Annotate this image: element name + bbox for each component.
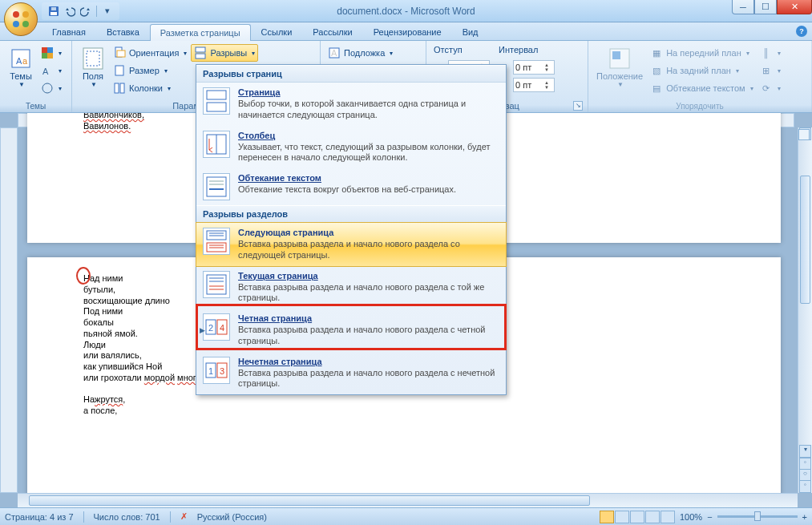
maximize-button[interactable]: ☐: [754, 0, 777, 14]
svg-text:a: a: [22, 56, 28, 66]
menu-item-text-wrap-break[interactable]: Обтекание текстомОбтекание текста вокруг…: [196, 168, 506, 205]
paragraph-launcher[interactable]: ↘: [573, 101, 583, 111]
zoom-level[interactable]: 100%: [680, 512, 702, 522]
save-icon[interactable]: [46, 4, 61, 18]
print-layout-view-icon[interactable]: [600, 511, 614, 523]
tab-home[interactable]: Главная: [42, 23, 96, 40]
orientation-icon: [113, 46, 126, 59]
vertical-scrollbar[interactable]: ▴ ▾ ◦ ○ ◦: [798, 127, 812, 493]
redo-icon[interactable]: [79, 4, 93, 18]
svg-text:A: A: [42, 67, 49, 76]
size-icon: [113, 64, 126, 77]
theme-effects-icon[interactable]: ▾: [38, 79, 64, 97]
group-obj-button[interactable]: ⊞▾: [757, 62, 783, 79]
watermark-button[interactable]: AПодложка▾: [325, 44, 395, 62]
qat-customize-icon[interactable]: ▾: [100, 4, 115, 18]
theme-fonts-icon[interactable]: A▾: [38, 62, 64, 79]
svg-rect-20: [115, 66, 123, 75]
theme-colors-icon[interactable]: ▾: [38, 44, 64, 62]
send-back-button[interactable]: ▧На задний план▾: [648, 62, 756, 79]
title-bar: ▾ document.docx - Microsoft Word ─ ☐ ✕: [0, 0, 812, 22]
svg-point-3: [22, 21, 29, 27]
next-page-icon[interactable]: ◦: [799, 480, 811, 493]
status-page[interactable]: Страница: 4 из 7: [5, 512, 74, 522]
svg-text:2: 2: [208, 323, 213, 333]
text-wrap-button[interactable]: ▤Обтекание текстом▾: [648, 79, 756, 97]
spacing-heading: Интервал: [496, 44, 555, 59]
themes-label: Темы: [10, 71, 32, 81]
close-button[interactable]: ✕: [777, 0, 812, 14]
page-break-icon: [203, 87, 230, 115]
scroll-down-icon[interactable]: ▾: [799, 445, 811, 458]
columns-button[interactable]: Колонки▾: [111, 79, 189, 97]
scroll-thumb[interactable]: [800, 176, 810, 304]
menu-section-header: Разрывы разделов: [196, 205, 506, 223]
zoom-in-icon[interactable]: +: [802, 512, 807, 522]
svg-text:3: 3: [220, 366, 224, 376]
menu-item-column-break[interactable]: СтолбецУказывает, что текст, следующий з…: [196, 126, 506, 169]
svg-rect-24: [196, 54, 205, 59]
columns-icon: [113, 82, 126, 95]
annotation-circle: [76, 267, 91, 285]
svg-rect-11: [47, 47, 53, 53]
draft-view-icon[interactable]: [661, 511, 675, 523]
size-button[interactable]: Размер▾: [111, 62, 189, 79]
rotate-button[interactable]: ⟳▾: [757, 79, 783, 97]
minimize-button[interactable]: ─: [732, 0, 754, 14]
orientation-button[interactable]: Ориентация▾: [111, 44, 189, 62]
column-break-icon: [203, 131, 230, 158]
office-button[interactable]: [4, 2, 38, 36]
tab-review[interactable]: Рецензирование: [363, 23, 452, 40]
align-button[interactable]: ║▾: [757, 44, 783, 62]
tab-view[interactable]: Вид: [452, 23, 489, 40]
position-button[interactable]: Положение▼: [593, 44, 646, 90]
margins-button[interactable]: Поля▼: [77, 44, 109, 90]
menu-item-next-page-section[interactable]: Следующая страницаВставка разрыва раздел…: [196, 222, 507, 267]
tab-insert[interactable]: Вставка: [96, 23, 150, 40]
status-word-count[interactable]: Число слов: 701: [94, 512, 160, 522]
svg-rect-10: [42, 47, 47, 53]
full-screen-view-icon[interactable]: [615, 511, 629, 523]
horizontal-scrollbar[interactable]: [18, 493, 798, 507]
menu-item-page-break[interactable]: СтраницаВыбор точки, в которой заканчива…: [196, 83, 506, 126]
tab-mailings[interactable]: Рассылки: [302, 23, 362, 40]
themes-button[interactable]: Aa Темы▼: [5, 44, 37, 90]
space-before-input[interactable]: 0 пт▲▼: [513, 60, 555, 75]
vertical-ruler[interactable]: [0, 127, 18, 493]
tab-references[interactable]: Ссылки: [251, 23, 303, 40]
svg-rect-21: [115, 83, 119, 93]
breaks-button[interactable]: Разрывы▾: [191, 44, 258, 62]
zoom-slider[interactable]: [717, 515, 798, 518]
zoom-out-icon[interactable]: −: [707, 512, 712, 522]
themes-icon: Aa: [8, 46, 34, 71]
tab-page-layout[interactable]: Разметка страницы: [150, 24, 251, 41]
menu-item-even-page-section[interactable]: 24 Четная страницаВставка разрыва раздел…: [196, 309, 506, 352]
group-themes-label: Темы: [3, 101, 68, 112]
svg-point-1: [22, 11, 29, 18]
status-language[interactable]: Русский (Россия): [197, 512, 267, 522]
bring-front-button[interactable]: ▦На передний план▾: [648, 44, 756, 62]
help-icon[interactable]: ?: [796, 26, 807, 37]
outline-view-icon[interactable]: [645, 511, 660, 523]
svg-text:A: A: [331, 48, 337, 58]
svg-rect-13: [47, 53, 53, 59]
svg-point-2: [13, 21, 19, 27]
proofing-icon[interactable]: ✗: [180, 511, 188, 522]
ruler-toggle-icon[interactable]: [798, 129, 810, 140]
svg-rect-6: [51, 7, 56, 10]
web-layout-view-icon[interactable]: [630, 511, 644, 523]
margins-icon: [80, 46, 106, 71]
menu-item-odd-page-section[interactable]: 13 Нечетная страницаВставка разрыва разд…: [196, 352, 506, 395]
continuous-section-icon: [203, 271, 230, 298]
svg-rect-28: [612, 51, 620, 59]
undo-icon[interactable]: [63, 4, 77, 18]
send-back-icon: ▧: [650, 64, 663, 77]
space-after-input[interactable]: 0 пт▲▼: [513, 78, 555, 92]
menu-item-continuous-section[interactable]: Текущая страницаВставка разрыва раздела …: [196, 266, 506, 309]
breaks-dropdown-menu: Разрывы страниц СтраницаВыбор точки, в к…: [196, 64, 507, 395]
ribbon-tabs: Главная Вставка Разметка страницы Ссылки…: [0, 22, 812, 41]
svg-text:A: A: [16, 56, 22, 66]
svg-rect-12: [42, 53, 47, 59]
next-page-section-icon: [203, 228, 230, 255]
svg-rect-22: [120, 83, 124, 93]
